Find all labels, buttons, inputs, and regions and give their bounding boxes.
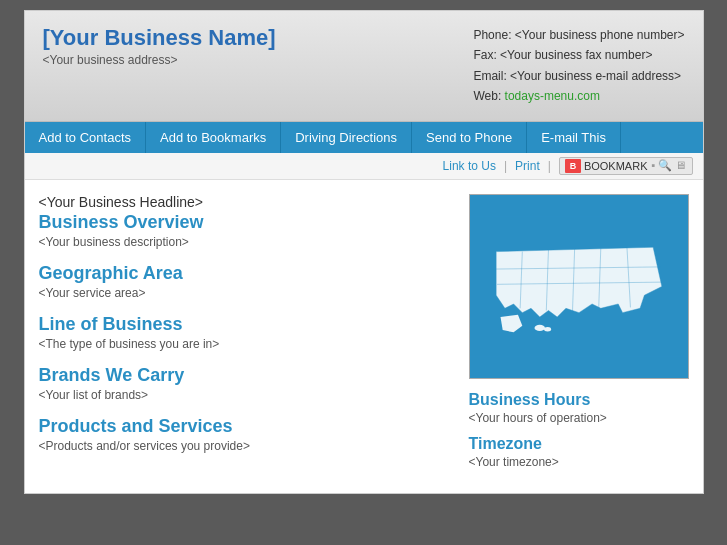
section-title-4: Products and Services [39,416,453,437]
section-title-3: Brands We Carry [39,365,453,386]
svg-point-9 [544,327,551,331]
bookmark-icon: B [565,159,581,173]
web-info: Web: todays-menu.com [473,86,684,106]
bookmark-extra: ▪ 🔍 🖥 [651,159,686,172]
bookmark-button[interactable]: B BOOKMARK ▪ 🔍 🖥 [559,157,693,175]
section-desc-1: <Your service area> [39,286,453,300]
right-column: Business Hours<Your hours of operation>T… [469,194,689,479]
section-title-1: Geographic Area [39,263,453,284]
business-address: <Your business address> [43,53,276,67]
main-content: <Your Business Headline> Business Overvi… [25,180,703,493]
section-desc-4: <Products and/or services you provide> [39,439,453,453]
email-info: Email: <Your business e-mail address> [473,66,684,86]
web-link[interactable]: todays-menu.com [505,89,600,103]
right-section-title-1: Timezone [469,435,689,453]
print-button[interactable]: Print [515,159,540,173]
section-title-2: Line of Business [39,314,453,335]
nav-item-driving-directions[interactable]: Driving Directions [281,122,412,153]
bookmark-label: BOOKMARK [584,160,648,172]
header: [Your Business Name] <Your business addr… [25,11,703,122]
svg-point-8 [534,324,544,330]
nav-item-send-to-phone[interactable]: Send to Phone [412,122,527,153]
section-title-0: Business Overview [39,212,453,233]
right-section-desc-0: <Your hours of operation> [469,411,689,425]
app-container: [Your Business Name] <Your business addr… [24,10,704,494]
header-right: Phone: <Your business phone number> Fax:… [473,25,684,107]
right-section-desc-1: <Your timezone> [469,455,689,469]
link-to-us-button[interactable]: Link to Us [443,159,496,173]
usa-map [470,195,688,378]
section-desc-2: <The type of business you are in> [39,337,453,351]
right-sections: Business Hours<Your hours of operation>T… [469,391,689,469]
toolbar-separator: | [504,159,507,173]
section-desc-0: <Your business description> [39,235,453,249]
sections-list: Business Overview<Your business descript… [39,212,453,453]
business-headline: <Your Business Headline> [39,194,453,210]
map-container [469,194,689,379]
left-column: <Your Business Headline> Business Overvi… [39,194,469,479]
nav-item-add-to-bookmarks[interactable]: Add to Bookmarks [146,122,281,153]
navbar: Add to ContactsAdd to BookmarksDriving D… [25,122,703,153]
business-name: [Your Business Name] [43,25,276,51]
section-desc-3: <Your list of brands> [39,388,453,402]
header-left: [Your Business Name] <Your business addr… [43,25,276,67]
right-section-title-0: Business Hours [469,391,689,409]
phone-info: Phone: <Your business phone number> [473,25,684,45]
toolbar: Link to Us | Print | B BOOKMARK ▪ 🔍 🖥 [25,153,703,180]
fax-info: Fax: <Your business fax number> [473,45,684,65]
toolbar-separator2: | [548,159,551,173]
nav-item-e-mail-this[interactable]: E-mail This [527,122,621,153]
nav-item-add-to-contacts[interactable]: Add to Contacts [25,122,147,153]
